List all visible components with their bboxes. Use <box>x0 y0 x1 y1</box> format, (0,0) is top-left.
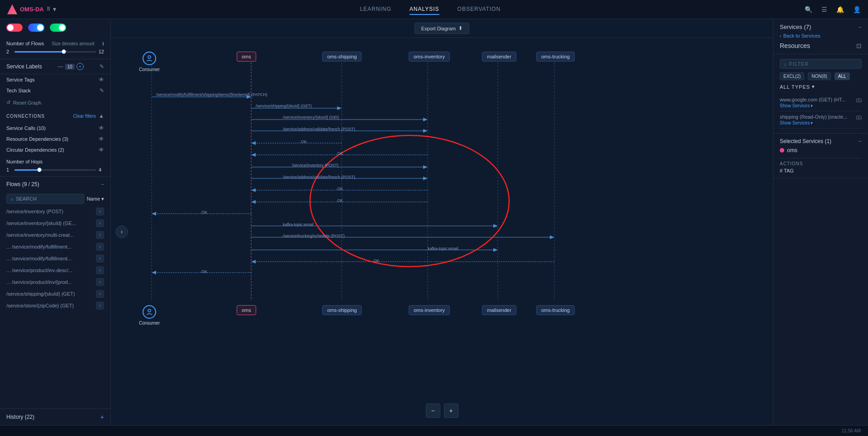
edit-labels-icon[interactable]: ✎ <box>100 63 104 70</box>
zoom-out-button[interactable]: − <box>426 403 440 418</box>
oms-trucking-box-bottom[interactable]: oms-trucking <box>536 305 575 315</box>
collapse-services-icon[interactable]: − <box>858 24 862 30</box>
nav-center: LEARNING ANALYSIS OBSERVATION <box>56 4 805 15</box>
tech-stack-label: Tech Stack <box>6 88 31 93</box>
oms-box-top[interactable]: oms <box>237 52 256 62</box>
show-services-label-shipping: Show Services <box>780 120 810 125</box>
flow-text: ... /service/modify/fulfillment... <box>6 244 72 249</box>
export-diagram-button[interactable]: Export Diagram ⬆ <box>415 23 469 34</box>
flow-search-box[interactable]: ⌕ SEARCH <box>6 194 84 204</box>
eye-resource-deps-icon[interactable]: 👁 <box>99 136 104 142</box>
add-label-button[interactable]: + <box>76 63 84 70</box>
flow-text: /service/inventory (POST) <box>6 209 63 214</box>
diagram-nav-left[interactable]: ‹ <box>115 225 128 238</box>
flow-item[interactable]: /service/inventory/multi-creat... › <box>0 229 110 241</box>
flow-item[interactable]: /service/store/{zipCode} (GET) › <box>0 300 110 311</box>
oms-inventory-box-top[interactable]: oms-inventory <box>409 52 450 62</box>
all-types-dropdown[interactable]: ALL TYPES ▾ <box>780 84 862 90</box>
api-label-get-inv: /service/inventory/{skuId} (GEt) <box>283 115 339 120</box>
eye-circular-deps-icon[interactable]: 👁 <box>99 147 104 153</box>
back-arrow-icon: ‹ <box>780 33 782 38</box>
flow-arrow[interactable]: › <box>96 302 104 310</box>
back-to-services-button[interactable]: ‹ Back to Services <box>780 33 862 38</box>
flow-arrow[interactable]: › <box>96 207 104 216</box>
api-label-post-inv: /service/inventory (POST) <box>292 163 339 168</box>
mailsender-box-top[interactable]: mailsender <box>482 52 516 62</box>
clear-filters-button[interactable]: Clear filters <box>73 114 96 119</box>
show-services-shipping[interactable]: Show Services ▾ <box>780 120 862 125</box>
selected-oms-label: oms <box>787 147 797 153</box>
chevron-down-icon[interactable]: ▾ <box>53 6 56 13</box>
flow-item[interactable]: /service/inventory (POST) › <box>0 206 110 217</box>
toggle-red[interactable] <box>6 24 23 32</box>
service-calls-item[interactable]: Service Calls (10) 👁 <box>0 123 110 134</box>
oms-shipping-box-bottom[interactable]: oms-shipping <box>322 305 362 315</box>
flow-item[interactable]: ... /service/product/inv-desc/... › <box>0 264 110 276</box>
eye-icon[interactable]: 👁 <box>99 77 104 83</box>
resource-item-shipping: shipping (Read-Only) [oracle... (1) Show… <box>780 111 862 129</box>
oms-trucking-box-top[interactable]: oms-trucking <box>536 52 575 62</box>
tab-non[interactable]: NON(8) <box>808 72 830 80</box>
flow-item[interactable]: ... /service/modify/fulfillment... › <box>0 253 110 264</box>
flow-arrow[interactable]: › <box>96 254 104 263</box>
flow-item[interactable]: ... /service/modify/fulfillment... › <box>0 241 110 253</box>
tech-stack-item[interactable]: Tech Stack ✎ <box>0 85 110 96</box>
left-sidebar: Number of Flows Size denotes amount ℹ 2 … <box>0 19 111 425</box>
circular-deps-label: Circular Dependencies (2) <box>6 147 64 153</box>
flow-text: /service/shipping/{skuId} (GET) <box>6 291 75 297</box>
circular-deps-item[interactable]: Circular Dependencies (2) 👁 <box>0 144 110 155</box>
nav-analysis[interactable]: ANALYSIS <box>410 4 439 15</box>
search-icon: ⌕ <box>10 196 13 201</box>
oms-box-bottom[interactable]: oms <box>237 305 256 315</box>
toggle-green[interactable] <box>50 24 66 32</box>
service-tags-item[interactable]: Service Tags 👁 <box>0 74 110 85</box>
api-label-patch: /service/modify/fulfillment/shipping/ite… <box>156 92 267 97</box>
status-bar: 11:56 AM <box>0 425 868 436</box>
search-icon[interactable]: 🔍 <box>805 6 812 13</box>
flow-arrow[interactable]: › <box>96 243 104 251</box>
flow-item[interactable]: /service/inventory/{skuId} (GE... › <box>0 217 110 229</box>
bell-icon[interactable]: 🔔 <box>836 6 844 13</box>
name-sort-dropdown[interactable]: Name ▾ <box>87 196 104 202</box>
reset-graph-button[interactable]: ↺ Reset Graph <box>0 96 110 109</box>
menu-icon[interactable]: ☰ <box>821 6 827 13</box>
flow-arrow[interactable]: › <box>96 290 104 298</box>
flows-collapse-button[interactable]: − <box>101 181 104 187</box>
zoom-in-button[interactable]: + <box>444 403 458 418</box>
ok-label-4: OK <box>337 198 343 203</box>
resource-tabs: EXCL(2) NON(8) ALL <box>780 72 862 80</box>
resource-deps-item[interactable]: Resource Dependencies (3) 👁 <box>0 134 110 144</box>
add-history-button[interactable]: + <box>100 413 104 421</box>
collapse-selected-icon[interactable]: − <box>858 138 862 144</box>
flow-item[interactable]: /service/shipping/{skuId} (GET) › <box>0 288 110 300</box>
app-logo[interactable]: OMS-DA ⠿ ▾ <box>7 5 56 14</box>
oms-shipping-box-top[interactable]: oms-shipping <box>322 52 362 62</box>
tag-action[interactable]: # TAG <box>780 168 862 173</box>
resources-filter[interactable]: ⌕ FILTER <box>780 59 862 69</box>
chevron-up-icon[interactable]: ▲ <box>99 113 104 119</box>
expand-resources-icon[interactable]: ⊡ <box>856 42 862 49</box>
flows-slider[interactable] <box>14 51 96 53</box>
show-services-google[interactable]: Show Services ▾ <box>780 103 862 108</box>
toggle-blue[interactable] <box>28 24 44 32</box>
user-icon[interactable]: 👤 <box>853 6 861 13</box>
eye-service-calls-icon[interactable]: 👁 <box>99 125 104 131</box>
edit-tech-icon[interactable]: ✎ <box>100 87 104 94</box>
flow-arrow[interactable]: › <box>96 231 104 239</box>
hops-slider[interactable] <box>14 169 96 171</box>
tab-all[interactable]: ALL <box>835 72 850 80</box>
tab-excl[interactable]: EXCL(2) <box>780 72 804 80</box>
svg-marker-37 <box>152 271 156 274</box>
history-row: History (22) + <box>0 408 110 425</box>
services-header: Services (7) − <box>780 24 862 30</box>
oms-inventory-box-bottom[interactable]: oms-inventory <box>409 305 450 315</box>
flow-item[interactable]: ... /service/product/inv/{prod... › <box>0 276 110 288</box>
nav-observation[interactable]: OBSERVATION <box>458 4 501 15</box>
flow-arrow[interactable]: › <box>96 278 104 286</box>
consumer-top: Consumer <box>139 52 160 72</box>
flow-arrow[interactable]: › <box>96 266 104 274</box>
export-icon: ⬆ <box>458 25 463 31</box>
flow-arrow[interactable]: › <box>96 219 104 227</box>
mailsender-box-bottom[interactable]: mailsender <box>482 305 516 315</box>
nav-learning[interactable]: LEARNING <box>360 4 391 15</box>
